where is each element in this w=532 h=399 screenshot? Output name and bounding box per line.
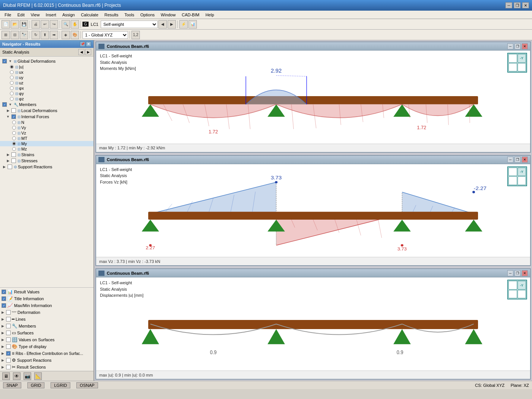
next-lc-button[interactable]: ▶ [168, 20, 176, 28]
menu-item-cad-bim[interactable]: CAD-BIM [179, 12, 202, 18]
type-display-expander[interactable]: ▶ [2, 345, 6, 348]
support-reactions-checkbox[interactable] [8, 165, 12, 169]
view-btn3[interactable]: 🔭 [20, 31, 28, 39]
MT-radio[interactable] [12, 136, 16, 140]
result-sections-cb[interactable] [6, 365, 11, 369]
dh-close-2[interactable]: ✕ [522, 157, 528, 163]
menu-item-tools[interactable]: Tools [121, 12, 137, 18]
type-display-cb[interactable] [6, 344, 11, 349]
menu-item-assign[interactable]: Assign [59, 12, 78, 18]
deformation-expander[interactable]: ▶ [2, 310, 6, 314]
nav-next-button[interactable]: ▶ [85, 49, 91, 55]
ux-radio[interactable] [10, 70, 14, 74]
nav-ribs[interactable]: ▶ ✓ ≡ Ribs - Effective Contribution on S… [0, 350, 93, 357]
tree-Mz[interactable]: ⊟ Mz [0, 146, 93, 152]
deformation-cb[interactable] [6, 310, 11, 315]
dh-minimize-2[interactable]: ─ [507, 157, 513, 163]
menu-item-results[interactable]: Results [101, 12, 122, 18]
lc-select[interactable]: Self-weight [101, 21, 158, 28]
stresses-expander[interactable]: ▶ [5, 158, 11, 163]
status-icon-1[interactable]: 🖥 [2, 372, 10, 380]
menu-item-window[interactable]: Window [158, 12, 179, 18]
dh-restore-2[interactable]: ❐ [515, 157, 521, 163]
tree-strains[interactable]: ▶ ⊟ Strains [0, 152, 93, 158]
nav-lines[interactable]: ▶ ━ Lines [0, 316, 93, 323]
menu-item-help[interactable]: Help [203, 12, 217, 18]
phiz-radio[interactable] [10, 97, 14, 101]
N-radio[interactable] [12, 120, 16, 124]
tree-stresses[interactable]: ▶ ⊟ Stresses [0, 158, 93, 164]
nav-deformation[interactable]: ▶ 〰 Deformation [0, 309, 93, 316]
tree-internal-forces[interactable]: ▼ ✓ ⊟ Internal Forces [0, 114, 93, 120]
lines-cb[interactable] [6, 317, 11, 321]
phix-radio[interactable] [10, 86, 14, 90]
uy-radio[interactable] [10, 76, 14, 79]
grid-pill[interactable]: GRID [27, 382, 45, 388]
rotate-btn[interactable]: ↻ [32, 31, 40, 39]
global-def-checkbox[interactable]: ✓ [2, 59, 7, 63]
tree-support-reactions[interactable]: ▶ ⚙ Support Reactions [0, 164, 93, 170]
status-icon-4[interactable]: 📐 [34, 372, 42, 380]
support-reactions-expander[interactable]: ▶ [2, 164, 7, 169]
surfaces-cb[interactable] [6, 331, 11, 335]
menu-item-options[interactable]: Options [137, 12, 158, 18]
tree-uz[interactable]: ⊟ uz [0, 80, 93, 86]
dh-restore-1[interactable]: ❐ [515, 43, 521, 49]
zoom-button[interactable]: 🔍 [62, 20, 70, 28]
uz-radio[interactable] [10, 81, 14, 85]
internal-forces-checkbox[interactable]: ✓ [11, 114, 16, 119]
local-def-expander[interactable]: ▶ [5, 108, 11, 113]
members-checkbox[interactable]: ✓ [2, 102, 7, 107]
osnap-pill[interactable]: OSNAP [76, 382, 98, 388]
close-button[interactable]: ✕ [522, 2, 529, 8]
redo-button[interactable]: ↪ [50, 20, 58, 28]
title-info-cb[interactable]: ✓ [2, 296, 6, 301]
nav-type-display[interactable]: ▶ 🎨 Type of display [0, 343, 93, 350]
nav-close-button[interactable]: ✕ [86, 41, 91, 47]
restore-button[interactable]: ❐ [514, 2, 521, 8]
My-radio[interactable] [12, 142, 16, 146]
tree-My[interactable]: ⊟ My [0, 141, 93, 146]
top-btn[interactable]: ⬆ [41, 31, 49, 39]
save-button[interactable]: 💾 [20, 20, 28, 28]
nav-pin-button[interactable]: 📌 [80, 41, 85, 47]
phiy-radio[interactable] [10, 92, 14, 95]
dh-minimize-1[interactable]: ─ [507, 43, 513, 49]
members-disp-expander[interactable]: ▶ [2, 324, 6, 328]
color-btn[interactable]: 🎨 [71, 31, 79, 39]
view-btn1[interactable]: ⊞ [2, 31, 10, 39]
Vy-radio[interactable] [12, 126, 16, 130]
local-def-checkbox[interactable] [11, 108, 16, 113]
pan-button[interactable]: ✋ [71, 20, 79, 28]
members-expander[interactable]: ▼ [8, 102, 13, 107]
menu-item-insert[interactable]: Insert [43, 12, 59, 18]
tree-MT[interactable]: ⊟ MT [0, 136, 93, 141]
num-btn[interactable]: 1,2 [131, 31, 140, 39]
lines-expander[interactable]: ▶ [2, 317, 6, 321]
side-btn[interactable]: ➡ [50, 31, 58, 39]
Vz-radio[interactable] [12, 131, 16, 135]
result-values-cb[interactable]: ✓ [2, 290, 6, 294]
view-btn2[interactable]: ⊟ [11, 31, 19, 39]
tree-u[interactable]: ⊟ |u| [0, 64, 93, 70]
global-def-expander[interactable]: ▼ [8, 59, 13, 64]
support-reactions-disp-expander[interactable]: ▶ [2, 358, 6, 362]
nav-surfaces[interactable]: ▶ ▭ Surfaces [0, 329, 93, 336]
Mz-radio[interactable] [12, 147, 16, 151]
menu-item-calculate[interactable]: Calculate [78, 12, 101, 18]
nav-members-disp[interactable]: ▶ 🔧 Members [0, 323, 93, 329]
nav-result-sections[interactable]: ▶ ✂ Result Sections [0, 364, 93, 370]
nav-maxmin-info[interactable]: ✓ 📈 Max/Min Information [0, 302, 93, 309]
tree-phiz[interactable]: ⊟ φz [0, 96, 93, 101]
dh-restore-3[interactable]: ❐ [515, 270, 521, 276]
values-surfaces-cb[interactable] [6, 337, 11, 342]
tree-local-def[interactable]: ▶ ⊟ Local Deformations [0, 108, 93, 114]
tree-phix[interactable]: ⊟ φx [0, 86, 93, 91]
lgrid-pill[interactable]: LGRID [51, 382, 70, 388]
calc-button[interactable]: ⚡ [179, 20, 188, 28]
dh-close-1[interactable]: ✕ [522, 43, 528, 49]
strains-expander[interactable]: ▶ [5, 152, 11, 157]
snap-pill[interactable]: SNAP [3, 382, 21, 388]
dh-minimize-3[interactable]: ─ [507, 270, 513, 276]
status-icon-2[interactable]: 👁 [13, 372, 21, 380]
